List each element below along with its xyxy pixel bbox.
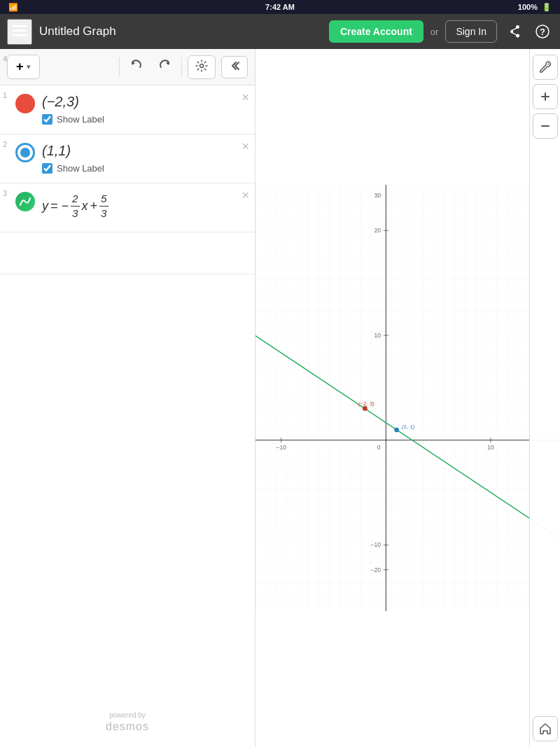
svg-point-50 [547, 64, 549, 65]
delete-expression-1[interactable]: × [241, 91, 249, 104]
powered-by-footer: powered by desmos [106, 711, 149, 733]
battery-label: 100% [518, 3, 538, 11]
expr-content-2: (1,1) Show Label [42, 141, 248, 174]
svg-text:0: 0 [377, 444, 381, 451]
svg-text:−10: −10 [276, 444, 286, 451]
powered-by-text: powered by [106, 711, 149, 719]
svg-point-48 [394, 428, 399, 433]
graph-svg[interactable]: −10 0 10 20 10 −10 −20 30 [255, 49, 560, 747]
svg-text:10: 10 [374, 332, 381, 339]
toolbar-divider-2 [181, 57, 182, 77]
expr-math-1[interactable]: (−2,3) [42, 94, 248, 110]
show-label-text-2: Show Label [57, 163, 104, 174]
expression-row-1: 1 (−2,3) Show Label × [0, 85, 255, 134]
line-color-3[interactable] [15, 192, 35, 211]
show-label-text-1: Show Label [57, 114, 104, 125]
zoom-in-button[interactable] [533, 84, 558, 109]
main-layout: + ▾ [0, 49, 560, 747]
svg-text:(1, 1): (1, 1) [402, 424, 415, 430]
collapse-panel-button[interactable] [221, 56, 248, 78]
sign-in-button[interactable]: Sign In [445, 20, 497, 43]
row-number-3: 3 [3, 189, 7, 197]
show-label-checkbox-1[interactable] [42, 114, 52, 125]
toolbar-divider [119, 57, 120, 77]
point-color-2[interactable] [15, 143, 35, 162]
add-expression-button[interactable]: + ▾ [7, 55, 40, 79]
expression-row-2: 2 (1,1) Show Label × [0, 134, 255, 183]
svg-point-46 [363, 406, 368, 411]
desmos-brand: desmos [106, 720, 149, 732]
svg-text:10: 10 [487, 444, 494, 451]
redo-button[interactable] [153, 55, 176, 78]
show-label-row-1: Show Label [42, 114, 248, 125]
app-header: Untitled Graph Create Account or Sign In… [0, 14, 560, 49]
graph-title: Untitled Graph [39, 25, 322, 39]
expression-row-4[interactable]: 4 [0, 232, 255, 274]
show-label-checkbox-2[interactable] [42, 163, 52, 174]
right-controls [529, 49, 560, 747]
svg-rect-0 [12, 25, 27, 27]
expr-math-3[interactable]: y = − 2 3 x + 5 3 [42, 192, 248, 221]
create-account-button[interactable]: Create Account [329, 20, 424, 43]
svg-rect-2 [12, 34, 27, 36]
menu-button[interactable] [7, 19, 32, 45]
battery-icon: 🔋 [542, 3, 552, 12]
status-time: 7:42 AM [265, 3, 295, 11]
svg-rect-28 [255, 185, 560, 611]
status-right: 100% 🔋 [518, 3, 552, 12]
status-bar: 📶 7:42 AM 100% 🔋 [0, 0, 560, 14]
svg-text:(−2, 3): (−2, 3) [358, 400, 375, 407]
row-number-2: 2 [3, 140, 7, 148]
graph-area[interactable]: 30 20 10 −10 −20 −10 0 10 (−2, 3) (1, 1) [255, 49, 560, 747]
row-number-4: 4 [3, 55, 7, 63]
chevron-down-icon: ▾ [27, 62, 31, 71]
svg-text:−20: −20 [371, 566, 382, 573]
status-left: 📶 [8, 3, 18, 12]
expression-panel: + ▾ [0, 49, 255, 747]
undo-button[interactable] [125, 55, 148, 78]
show-label-row-2: Show Label [42, 163, 248, 174]
svg-rect-1 [12, 29, 27, 32]
point-color-1[interactable] [15, 94, 35, 113]
expr-content-1: (−2,3) Show Label [42, 92, 248, 125]
svg-text:30: 30 [374, 192, 381, 199]
svg-text:?: ? [540, 27, 545, 37]
delete-expression-3[interactable]: × [241, 189, 249, 202]
expr-math-2[interactable]: (1,1) [42, 143, 248, 159]
expression-row-3: 3 y = − 2 3 x + 5 3 [0, 183, 255, 232]
settings-button[interactable] [188, 55, 216, 79]
wrench-button[interactable] [533, 55, 558, 80]
plus-icon: + [16, 60, 24, 74]
help-button[interactable]: ? [532, 21, 553, 42]
expression-toolbar: + ▾ [0, 49, 255, 85]
expr-content-3: y = − 2 3 x + 5 3 [42, 190, 248, 225]
row-number-1: 1 [3, 91, 7, 99]
home-button[interactable] [533, 716, 558, 741]
svg-text:20: 20 [374, 227, 381, 234]
wifi-icon: 📶 [8, 3, 18, 12]
delete-expression-2[interactable]: × [241, 140, 249, 153]
svg-point-7 [200, 64, 204, 67]
share-button[interactable] [504, 21, 525, 42]
or-label: or [430, 27, 439, 37]
svg-text:−10: −10 [371, 541, 382, 548]
zoom-out-button[interactable] [533, 113, 558, 139]
